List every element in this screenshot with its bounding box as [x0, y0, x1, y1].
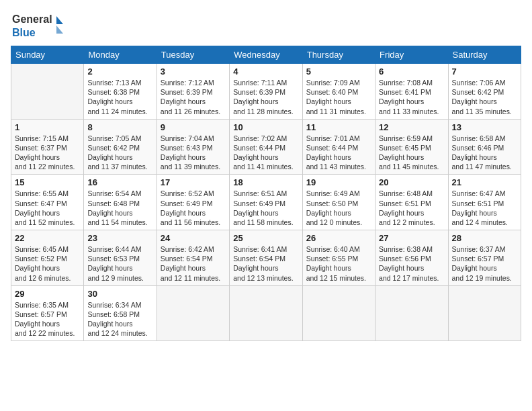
- calendar-day-cell: [375, 285, 448, 341]
- day-number: 24: [161, 233, 226, 243]
- day-number: 1: [15, 122, 80, 132]
- day-number: 11: [306, 122, 371, 132]
- day-number: 6: [379, 66, 444, 77]
- day-info: Sunrise: 6:45 AMSunset: 6:52 PMDaylight …: [15, 244, 80, 283]
- calendar-day-cell: 21Sunrise: 6:47 AMSunset: 6:51 PMDayligh…: [448, 175, 521, 230]
- calendar-day-cell: 10Sunrise: 7:02 AMSunset: 6:44 PMDayligh…: [230, 119, 302, 175]
- calendar-week-row: 1Sunrise: 7:15 AMSunset: 6:37 PMDaylight…: [11, 119, 521, 175]
- day-number: 20: [379, 177, 444, 187]
- calendar-day-cell: 24Sunrise: 6:42 AMSunset: 6:54 PMDayligh…: [157, 230, 229, 286]
- day-number: 8: [87, 122, 152, 132]
- calendar-day-cell: 7Sunrise: 7:06 AMSunset: 6:42 PMDaylight…: [448, 64, 521, 120]
- calendar-day-cell: 16Sunrise: 6:54 AMSunset: 6:48 PMDayligh…: [84, 175, 157, 230]
- calendar-day-cell: 4Sunrise: 7:11 AMSunset: 6:39 PMDaylight…: [230, 64, 302, 120]
- day-info: Sunrise: 6:35 AMSunset: 6:57 PMDaylight …: [15, 300, 80, 338]
- day-number: 4: [233, 66, 298, 77]
- svg-marker-2: [56, 16, 63, 24]
- day-info: Sunrise: 7:01 AMSunset: 6:44 PMDaylight …: [306, 134, 371, 172]
- calendar-day-cell: 26Sunrise: 6:40 AMSunset: 6:55 PMDayligh…: [302, 230, 375, 286]
- day-number: 28: [452, 233, 517, 243]
- calendar-day-cell: [302, 285, 375, 341]
- day-info: Sunrise: 6:49 AMSunset: 6:50 PMDaylight …: [306, 189, 371, 227]
- day-info: Sunrise: 7:06 AMSunset: 6:42 PMDaylight …: [452, 78, 517, 116]
- svg-marker-3: [56, 26, 63, 34]
- day-info: Sunrise: 6:59 AMSunset: 6:45 PMDaylight …: [379, 134, 444, 172]
- calendar-day-cell: 17Sunrise: 6:52 AMSunset: 6:49 PMDayligh…: [157, 175, 229, 230]
- day-info: Sunrise: 6:54 AMSunset: 6:48 PMDaylight …: [87, 189, 152, 227]
- calendar-day-cell: 27Sunrise: 6:38 AMSunset: 6:56 PMDayligh…: [375, 230, 448, 286]
- day-number: 21: [452, 177, 517, 187]
- day-info: Sunrise: 6:40 AMSunset: 6:55 PMDaylight …: [306, 244, 371, 283]
- day-number: 2: [87, 66, 152, 77]
- day-number: 10: [233, 122, 298, 132]
- day-info: Sunrise: 6:48 AMSunset: 6:51 PMDaylight …: [379, 189, 444, 227]
- calendar-day-cell: 30Sunrise: 6:34 AMSunset: 6:58 PMDayligh…: [84, 285, 157, 341]
- calendar-table: SundayMondayTuesdayWednesdayThursdayFrid…: [11, 46, 521, 341]
- day-info: Sunrise: 7:15 AMSunset: 6:37 PMDaylight …: [15, 134, 80, 172]
- svg-text:Blue: Blue: [12, 27, 36, 38]
- calendar-day-cell: 29Sunrise: 6:35 AMSunset: 6:57 PMDayligh…: [11, 285, 84, 341]
- calendar-day-cell: 6Sunrise: 7:08 AMSunset: 6:41 PMDaylight…: [375, 64, 448, 120]
- calendar-day-cell: 3Sunrise: 7:12 AMSunset: 6:39 PMDaylight…: [157, 64, 229, 120]
- day-number: 13: [452, 122, 517, 132]
- day-info: Sunrise: 7:02 AMSunset: 6:44 PMDaylight …: [233, 134, 298, 172]
- calendar-day-cell: [11, 64, 84, 120]
- day-info: Sunrise: 6:44 AMSunset: 6:53 PMDaylight …: [87, 244, 152, 283]
- day-number: 29: [15, 289, 80, 299]
- calendar-day-cell: 23Sunrise: 6:44 AMSunset: 6:53 PMDayligh…: [84, 230, 157, 286]
- day-number: 7: [452, 66, 517, 77]
- calendar-week-row: 2Sunrise: 7:13 AMSunset: 6:38 PMDaylight…: [11, 64, 521, 120]
- day-info: Sunrise: 7:12 AMSunset: 6:39 PMDaylight …: [161, 78, 226, 116]
- day-info: Sunrise: 6:55 AMSunset: 6:47 PMDaylight …: [15, 189, 80, 227]
- day-number: 3: [161, 66, 226, 77]
- calendar-day-cell: [448, 285, 521, 341]
- calendar-day-cell: 20Sunrise: 6:48 AMSunset: 6:51 PMDayligh…: [375, 175, 448, 230]
- calendar-day-cell: 11Sunrise: 7:01 AMSunset: 6:44 PMDayligh…: [302, 119, 375, 175]
- day-info: Sunrise: 7:04 AMSunset: 6:43 PMDaylight …: [161, 134, 226, 172]
- calendar-week-row: 22Sunrise: 6:45 AMSunset: 6:52 PMDayligh…: [11, 230, 521, 286]
- logo: General Blue: [11, 11, 71, 43]
- day-info: Sunrise: 6:38 AMSunset: 6:56 PMDaylight …: [379, 244, 444, 283]
- day-number: 12: [379, 122, 444, 132]
- calendar-day-cell: 28Sunrise: 6:37 AMSunset: 6:57 PMDayligh…: [448, 230, 521, 286]
- day-info: Sunrise: 7:05 AMSunset: 6:42 PMDaylight …: [87, 134, 152, 172]
- calendar-week-row: 29Sunrise: 6:35 AMSunset: 6:57 PMDayligh…: [11, 285, 521, 341]
- day-info: Sunrise: 7:09 AMSunset: 6:40 PMDaylight …: [306, 78, 371, 116]
- calendar-day-cell: 1Sunrise: 7:15 AMSunset: 6:37 PMDaylight…: [11, 119, 84, 175]
- day-of-week-header: Wednesday: [230, 46, 302, 64]
- day-info: Sunrise: 6:34 AMSunset: 6:58 PMDaylight …: [87, 300, 152, 338]
- page-header: General Blue: [11, 11, 521, 43]
- day-info: Sunrise: 6:41 AMSunset: 6:54 PMDaylight …: [233, 244, 298, 283]
- calendar-day-cell: 8Sunrise: 7:05 AMSunset: 6:42 PMDaylight…: [84, 119, 157, 175]
- general-blue-logo: General Blue: [11, 11, 71, 43]
- day-number: 30: [87, 289, 152, 299]
- day-info: Sunrise: 6:37 AMSunset: 6:57 PMDaylight …: [452, 244, 517, 283]
- calendar-day-cell: 22Sunrise: 6:45 AMSunset: 6:52 PMDayligh…: [11, 230, 84, 286]
- calendar-day-cell: 9Sunrise: 7:04 AMSunset: 6:43 PMDaylight…: [157, 119, 229, 175]
- day-number: 17: [161, 177, 226, 187]
- day-number: 25: [233, 233, 298, 243]
- day-number: 19: [306, 177, 371, 187]
- day-number: 23: [87, 233, 152, 243]
- calendar-day-cell: 12Sunrise: 6:59 AMSunset: 6:45 PMDayligh…: [375, 119, 448, 175]
- day-of-week-header: Monday: [84, 46, 157, 64]
- calendar-day-cell: 2Sunrise: 7:13 AMSunset: 6:38 PMDaylight…: [84, 64, 157, 120]
- day-number: 26: [306, 233, 371, 243]
- day-number: 18: [233, 177, 298, 187]
- day-of-week-header: Sunday: [11, 46, 84, 64]
- day-number: 27: [379, 233, 444, 243]
- day-info: Sunrise: 6:51 AMSunset: 6:49 PMDaylight …: [233, 189, 298, 227]
- calendar-week-row: 15Sunrise: 6:55 AMSunset: 6:47 PMDayligh…: [11, 175, 521, 230]
- calendar-day-cell: 19Sunrise: 6:49 AMSunset: 6:50 PMDayligh…: [302, 175, 375, 230]
- calendar-day-cell: 18Sunrise: 6:51 AMSunset: 6:49 PMDayligh…: [230, 175, 302, 230]
- day-of-week-header: Friday: [375, 46, 448, 64]
- calendar-day-cell: [230, 285, 302, 341]
- day-number: 9: [161, 122, 226, 132]
- calendar-day-cell: 13Sunrise: 6:58 AMSunset: 6:46 PMDayligh…: [448, 119, 521, 175]
- day-of-week-header: Tuesday: [157, 46, 229, 64]
- day-info: Sunrise: 6:42 AMSunset: 6:54 PMDaylight …: [161, 244, 226, 283]
- day-number: 16: [87, 177, 152, 187]
- day-info: Sunrise: 6:52 AMSunset: 6:49 PMDaylight …: [161, 189, 226, 227]
- day-of-week-header: Saturday: [448, 46, 521, 64]
- day-info: Sunrise: 6:58 AMSunset: 6:46 PMDaylight …: [452, 134, 517, 172]
